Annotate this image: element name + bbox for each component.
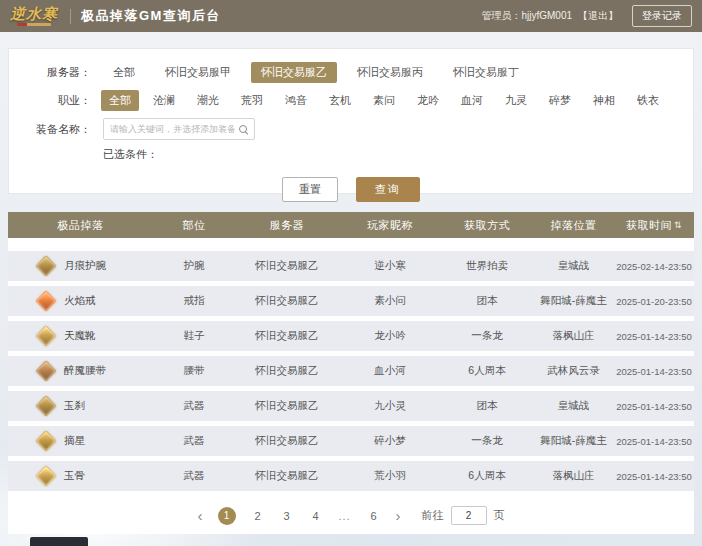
slot-cell: 腰带 <box>153 364 235 378</box>
slot-cell: 武器 <box>153 399 235 413</box>
item-name: 火焰戒 <box>64 294 96 308</box>
reset-button[interactable]: 重置 <box>282 177 338 202</box>
col-header-time-label: 获取时间 <box>626 218 672 233</box>
table-row: 玉骨 武器 怀旧交易服乙 荒小羽 6人周本 落枫山庄 2025-01-14-23… <box>8 461 694 491</box>
item-icon <box>35 360 56 381</box>
server-cell: 怀旧交易服乙 <box>235 434 339 448</box>
col-header-server: 服务器 <box>235 218 339 233</box>
table-row: 天魔靴 鞋子 怀旧交易服乙 龙小吟 一条龙 落枫山庄 2025-01-14-23… <box>8 321 694 351</box>
server-cell: 怀旧交易服乙 <box>235 259 339 273</box>
profession-option-chaoguang[interactable]: 潮光 <box>189 90 227 111</box>
profession-option-hongyin[interactable]: 鸿音 <box>277 90 315 111</box>
col-header-player: 玩家昵称 <box>339 218 441 233</box>
slot-cell: 护腕 <box>153 259 235 273</box>
server-option-jia[interactable]: 怀旧交易服甲 <box>155 62 241 83</box>
item-cell: 玉刹 <box>8 398 153 414</box>
player-cell: 血小河 <box>339 364 441 378</box>
profession-options: 全部 沧澜 潮光 荒羽 鸿音 玄机 素问 龙吟 血河 九灵 碎梦 神相 铁衣 <box>101 90 667 111</box>
login-records-button[interactable]: 登录记录 <box>632 5 692 27</box>
search-button[interactable]: 查询 <box>356 177 420 202</box>
time-cell: 2025-01-14-23:50 <box>614 401 694 412</box>
item-cell: 月痕护腕 <box>8 258 153 274</box>
page-6[interactable]: 6 <box>367 510 381 522</box>
method-cell: 世界拍卖 <box>441 259 533 273</box>
location-cell: 落枫山庄 <box>533 469 614 483</box>
equip-search-input[interactable] <box>110 124 235 134</box>
player-cell: 龙小吟 <box>339 329 441 343</box>
method-cell: 团本 <box>441 294 533 308</box>
profession-option-shenxiang[interactable]: 神相 <box>585 90 623 111</box>
page-unit-label: 页 <box>494 508 505 523</box>
location-cell: 舞阳城-薛魔主 <box>533 294 614 308</box>
col-header-slot: 部位 <box>153 218 235 233</box>
method-cell: 6人周本 <box>441 469 533 483</box>
selected-conditions-label: 已选条件： <box>103 147 693 162</box>
goto-page-group: 前往 页 <box>422 506 505 525</box>
player-cell: 素小问 <box>339 294 441 308</box>
item-name: 玉刹 <box>64 399 85 413</box>
col-header-time-sort[interactable]: 获取时间 ⇅ <box>614 218 694 233</box>
server-cell: 怀旧交易服乙 <box>235 329 339 343</box>
slot-cell: 武器 <box>153 434 235 448</box>
time-cell: 2025-01-20-23:50 <box>614 296 694 307</box>
item-icon <box>35 255 56 276</box>
page-2[interactable]: 2 <box>251 510 265 522</box>
item-name: 月痕护腕 <box>64 259 106 273</box>
filter-actions: 重置 查询 <box>9 177 693 202</box>
player-cell: 九小灵 <box>339 399 441 413</box>
item-name: 摘星 <box>64 434 85 448</box>
item-name: 玉骨 <box>64 469 85 483</box>
server-cell: 怀旧交易服乙 <box>235 364 339 378</box>
goto-label: 前往 <box>422 508 444 523</box>
server-option-ding[interactable]: 怀旧交易服丁 <box>443 62 529 83</box>
server-option-yi-selected[interactable]: 怀旧交易服乙 <box>251 62 337 83</box>
profession-option-all-selected[interactable]: 全部 <box>101 90 139 111</box>
server-filter-label: 服务器： <box>9 65 91 80</box>
time-cell: 2025-02-14-23:50 <box>614 261 694 272</box>
next-page-icon[interactable]: › <box>396 508 401 523</box>
results-table: 极品掉落 部位 服务器 玩家昵称 获取方式 掉落位置 获取时间 ⇅ 月痕护腕 护… <box>8 212 694 534</box>
item-name: 天魔靴 <box>64 329 96 343</box>
item-icon <box>35 465 56 486</box>
slot-cell: 武器 <box>153 469 235 483</box>
table-body: 月痕护腕 护腕 怀旧交易服乙 逆小寒 世界拍卖 皇城战 2025-02-14-2… <box>8 238 694 491</box>
sort-icon: ⇅ <box>674 221 682 230</box>
method-cell: 团本 <box>441 399 533 413</box>
player-cell: 逆小寒 <box>339 259 441 273</box>
table-row: 火焰戒 戒指 怀旧交易服乙 素小问 团本 舞阳城-薛魔主 2025-01-20-… <box>8 286 694 316</box>
player-cell: 碎小梦 <box>339 434 441 448</box>
server-cell: 怀旧交易服乙 <box>235 469 339 483</box>
item-cell: 摘星 <box>8 433 153 449</box>
server-option-all[interactable]: 全部 <box>103 62 145 83</box>
game-logo-seal-icon <box>17 23 51 26</box>
profession-option-longyin[interactable]: 龙吟 <box>409 90 447 111</box>
server-option-bing[interactable]: 怀旧交易服丙 <box>347 62 433 83</box>
top-bar: 逆水寒 极品掉落GM查询后台 管理员：hjjyfGM001 【退出】 登录记录 <box>0 0 702 32</box>
logout-link[interactable]: 【退出】 <box>578 9 618 23</box>
page-1-active[interactable]: 1 <box>218 507 236 525</box>
filter-panel: 服务器： 全部 怀旧交易服甲 怀旧交易服乙 怀旧交易服丙 怀旧交易服丁 职业： … <box>8 48 694 194</box>
prev-page-icon[interactable]: ‹ <box>198 508 203 523</box>
pagination: ‹ 1 2 3 4 ... 6 › 前往 页 <box>8 506 694 525</box>
profession-option-suimeng[interactable]: 碎梦 <box>541 90 579 111</box>
profession-option-huangyu[interactable]: 荒羽 <box>233 90 271 111</box>
item-name: 醉魇腰带 <box>64 364 106 378</box>
profession-option-suwen[interactable]: 素问 <box>365 90 403 111</box>
col-header-method: 获取方式 <box>441 218 533 233</box>
topbar-right: 管理员：hjjyfGM001 【退出】 登录记录 <box>481 5 692 27</box>
item-cell: 天魔靴 <box>8 328 153 344</box>
profession-option-jiuling[interactable]: 九灵 <box>497 90 535 111</box>
bottom-partial-element <box>30 537 88 546</box>
item-icon <box>35 290 56 311</box>
table-row: 玉刹 武器 怀旧交易服乙 九小灵 团本 皇城战 2025-01-14-23:50 <box>8 391 694 421</box>
admin-label: 管理员：hjjyfGM001 <box>481 9 572 23</box>
profession-option-canglan[interactable]: 沧澜 <box>145 90 183 111</box>
profession-option-tieyi[interactable]: 铁衣 <box>629 90 667 111</box>
page-4[interactable]: 4 <box>309 510 323 522</box>
page-3[interactable]: 3 <box>280 510 294 522</box>
player-cell: 荒小羽 <box>339 469 441 483</box>
profession-option-xuanji[interactable]: 玄机 <box>321 90 359 111</box>
search-icon[interactable] <box>239 125 248 134</box>
profession-option-xuehe[interactable]: 血河 <box>453 90 491 111</box>
goto-page-input[interactable] <box>451 506 487 525</box>
